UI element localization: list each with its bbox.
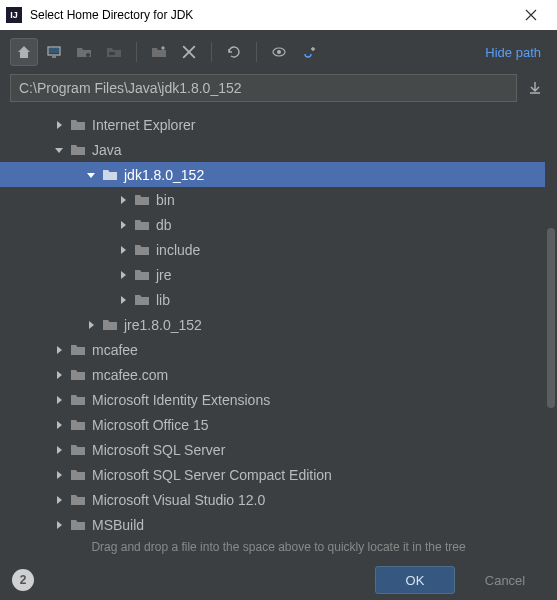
delete-button[interactable]	[175, 38, 203, 66]
add-jdk-button[interactable]	[295, 38, 323, 66]
delete-icon	[182, 45, 196, 59]
refresh-button[interactable]	[220, 38, 248, 66]
tree-row-label: jre	[156, 267, 172, 283]
app-icon: IJ	[6, 7, 22, 23]
tree-row[interactable]: Microsoft Office 15	[0, 412, 545, 437]
show-hidden-button[interactable]	[265, 38, 293, 66]
folder-icon	[70, 518, 86, 532]
tree-row[interactable]: MSBuild	[0, 512, 545, 534]
ok-button[interactable]: OK	[375, 566, 455, 594]
tree-row-label: include	[156, 242, 200, 258]
folder-icon	[134, 293, 150, 307]
tree-row[interactable]: jdk1.8.0_152	[0, 162, 545, 187]
path-input[interactable]	[10, 74, 517, 102]
chevron-right-icon[interactable]	[52, 368, 66, 382]
chevron-right-icon[interactable]	[52, 418, 66, 432]
download-icon	[528, 81, 542, 95]
tree-row-label: jdk1.8.0_152	[124, 167, 204, 183]
chevron-right-icon[interactable]	[116, 293, 130, 307]
tree-row[interactable]: bin	[0, 187, 545, 212]
folder-icon	[134, 218, 150, 232]
folder-icon	[70, 118, 86, 132]
tree-row-label: lib	[156, 292, 170, 308]
chevron-right-icon[interactable]	[52, 493, 66, 507]
chevron-down-icon[interactable]	[52, 143, 66, 157]
chevron-down-icon[interactable]	[84, 168, 98, 182]
tree-row-label: mcafee.com	[92, 367, 168, 383]
chevron-right-icon[interactable]	[52, 393, 66, 407]
chevron-right-icon[interactable]	[52, 518, 66, 532]
hide-path-link[interactable]: Hide path	[485, 45, 547, 60]
tree-row[interactable]: lib	[0, 287, 545, 312]
tree-row[interactable]: db	[0, 212, 545, 237]
module-button[interactable]	[100, 38, 128, 66]
toolbar-separator	[136, 42, 137, 62]
tree-row-label: Microsoft Visual Studio 12.0	[92, 492, 265, 508]
project-button[interactable]	[70, 38, 98, 66]
chevron-right-icon[interactable]	[52, 468, 66, 482]
tree-row[interactable]: jre1.8.0_152	[0, 312, 545, 337]
tree-row-label: mcafee	[92, 342, 138, 358]
new-folder-button[interactable]	[145, 38, 173, 66]
folder-icon	[70, 418, 86, 432]
tree-row-label: Java	[92, 142, 122, 158]
folder-icon	[102, 168, 118, 182]
chevron-right-icon[interactable]	[52, 443, 66, 457]
chevron-right-icon[interactable]	[84, 318, 98, 332]
tree-row[interactable]: Microsoft Identity Extensions	[0, 387, 545, 412]
folder-icon	[102, 318, 118, 332]
folder-icon	[70, 493, 86, 507]
toolbar-separator	[256, 42, 257, 62]
tree-row[interactable]: Microsoft SQL Server	[0, 437, 545, 462]
desktop-button[interactable]	[40, 38, 68, 66]
directory-tree[interactable]: Internet ExplorerJavajdk1.8.0_152bindbin…	[0, 108, 545, 534]
folder-stack-icon	[106, 44, 122, 60]
svg-rect-3	[109, 52, 115, 55]
tree-row[interactable]: mcafee.com	[0, 362, 545, 387]
tree-row[interactable]: Microsoft SQL Server Compact Edition	[0, 462, 545, 487]
folder-icon	[70, 443, 86, 457]
chevron-right-icon[interactable]	[116, 193, 130, 207]
tree-row[interactable]: jre	[0, 262, 545, 287]
folder-icon	[134, 243, 150, 257]
path-row	[0, 74, 557, 108]
cancel-button[interactable]: Cancel	[465, 566, 545, 594]
tree-row[interactable]: Microsoft Visual Studio 12.0	[0, 487, 545, 512]
new-folder-icon	[151, 44, 167, 60]
drop-hint: Drag and drop a file into the space abov…	[0, 534, 557, 560]
folder-icon	[70, 143, 86, 157]
home-button[interactable]	[10, 38, 38, 66]
tree-row-label: Internet Explorer	[92, 117, 196, 133]
tree-row[interactable]: Internet Explorer	[0, 112, 545, 137]
tree-row[interactable]: include	[0, 237, 545, 262]
chevron-right-icon[interactable]	[52, 343, 66, 357]
tree-row[interactable]: mcafee	[0, 337, 545, 362]
scrollbar-thumb[interactable]	[547, 228, 555, 408]
tree-row[interactable]: Java	[0, 137, 545, 162]
svg-point-2	[86, 53, 90, 57]
titlebar: IJ Select Home Directory for JDK	[0, 0, 557, 30]
eye-icon	[271, 44, 287, 60]
folder-icon	[70, 343, 86, 357]
tree-row-label: Microsoft Office 15	[92, 417, 208, 433]
add-jdk-icon	[301, 44, 317, 60]
tree-row-label: bin	[156, 192, 175, 208]
folder-icon	[134, 268, 150, 282]
tree-row-label: Microsoft Identity Extensions	[92, 392, 270, 408]
close-button[interactable]	[511, 0, 551, 30]
chevron-right-icon[interactable]	[52, 118, 66, 132]
window-title: Select Home Directory for JDK	[30, 8, 193, 22]
home-icon	[16, 44, 32, 60]
folder-icon	[70, 368, 86, 382]
step-badge: 2	[12, 569, 34, 591]
download-button[interactable]	[523, 76, 547, 100]
toolbar: Hide path	[0, 30, 557, 74]
chevron-right-icon[interactable]	[116, 268, 130, 282]
chevron-right-icon[interactable]	[116, 218, 130, 232]
folder-icon	[70, 468, 86, 482]
folder-dot-icon	[76, 44, 92, 60]
desktop-icon	[46, 44, 62, 60]
close-icon	[525, 9, 537, 21]
chevron-right-icon[interactable]	[116, 243, 130, 257]
scrollbar[interactable]	[545, 108, 557, 534]
